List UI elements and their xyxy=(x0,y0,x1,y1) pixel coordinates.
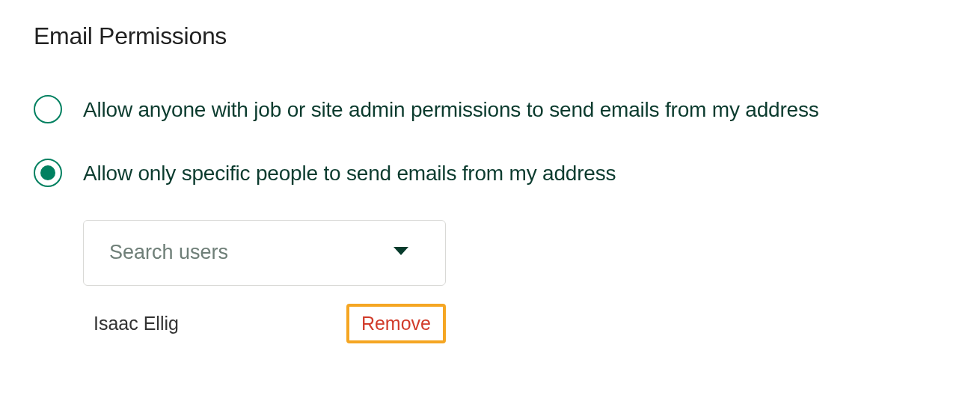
user-name: Isaac Ellig xyxy=(94,313,179,334)
radio-icon xyxy=(34,159,62,187)
radio-icon xyxy=(34,95,62,123)
chevron-down-icon xyxy=(393,246,409,260)
radio-label-specific: Allow only specific people to send email… xyxy=(83,157,616,189)
search-placeholder: Search users xyxy=(109,241,228,264)
search-users-select[interactable]: Search users xyxy=(83,220,446,286)
page-title: Email Permissions xyxy=(34,22,946,50)
remove-button[interactable]: Remove xyxy=(346,304,446,343)
specific-users-panel: Search users Isaac Ellig Remove xyxy=(83,220,946,343)
radio-option-anyone[interactable]: Allow anyone with job or site admin perm… xyxy=(34,94,946,126)
radio-label-anyone: Allow anyone with job or site admin perm… xyxy=(83,94,819,126)
user-row: Isaac Ellig Remove xyxy=(83,304,446,343)
email-permissions-radio-group: Allow anyone with job or site admin perm… xyxy=(34,94,946,343)
radio-option-specific[interactable]: Allow only specific people to send email… xyxy=(34,157,946,189)
